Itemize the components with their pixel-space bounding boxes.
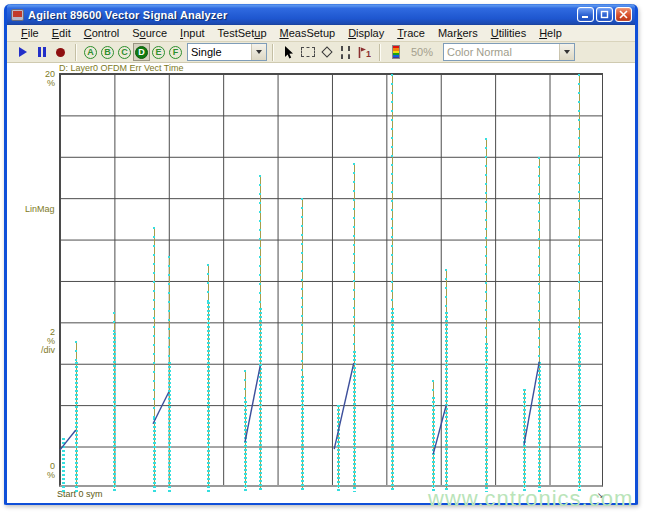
chart-client-area: D: Layer0 OFDM Err Vect Time 20 % LinMag… (7, 63, 635, 503)
trace-button-c[interactable]: C (116, 43, 133, 61)
trace-button-f[interactable]: F (167, 43, 184, 61)
color-mode-select[interactable]: Color Normal (443, 43, 575, 61)
play-icon (19, 47, 27, 57)
trace-button-e[interactable]: E (150, 43, 167, 61)
menu-item-source[interactable]: Source (126, 26, 173, 40)
band-marker-tool-button[interactable] (336, 43, 355, 61)
toolbar-separator (75, 44, 77, 61)
trace-segment (153, 392, 169, 424)
toolbar-separator (379, 44, 381, 61)
menu-item-control[interactable]: Control (78, 26, 125, 40)
offset-marker-icon: 1 (358, 46, 371, 59)
colorbar-icon (392, 45, 400, 59)
title-bar[interactable]: Agilent 89600 Vector Signal Analyzer (7, 4, 635, 25)
toolbar: ABCDEF Single 1 50% Color Normal (7, 42, 635, 63)
trace-button-a[interactable]: A (82, 43, 99, 61)
pause-icon (38, 47, 46, 57)
band-markers-icon (341, 46, 350, 59)
menu-bar: FileEditControlSourceInputTestSetupMeasS… (7, 25, 635, 42)
trace-letter: A (84, 46, 97, 59)
watermark: www.cntronics.com (428, 486, 633, 512)
menu-item-input[interactable]: Input (174, 26, 210, 40)
record-icon (56, 48, 65, 57)
menu-item-display[interactable]: Display (342, 26, 390, 40)
menu-item-edit[interactable]: Edit (46, 26, 77, 40)
trace-letter: D (135, 46, 148, 59)
menu-item-testsetup[interactable]: TestSetup (212, 26, 273, 40)
app-icon (11, 9, 24, 21)
menu-item-trace[interactable]: Trace (391, 26, 431, 40)
y-axis-bottom-unit: % (25, 470, 55, 480)
window-title: Agilent 89600 Vector Signal Analyzer (28, 9, 577, 21)
y-axis-top-unit: % (25, 78, 55, 88)
y-axis-per-div-suffix: /div (25, 345, 55, 355)
app-window: Agilent 89600 Vector Signal Analyzer Fil… (4, 4, 638, 505)
trace-button-d[interactable]: D (133, 43, 150, 61)
svg-text:1: 1 (366, 49, 371, 59)
marquee-icon (301, 47, 315, 57)
trace-segments (60, 74, 604, 488)
menu-item-help[interactable]: Help (533, 26, 568, 40)
play-button[interactable] (13, 43, 32, 61)
trace-button-group: ABCDEF (82, 43, 184, 61)
trace-letter: F (169, 46, 182, 59)
trace-segment (60, 430, 76, 450)
minimize-button[interactable] (577, 7, 594, 22)
page: Agilent 89600 Vector Signal Analyzer Fil… (0, 0, 646, 523)
menu-item-markers[interactable]: Markers (432, 26, 484, 40)
y-axis-format-label: LinMag (25, 204, 55, 214)
restore-button[interactable] (596, 7, 613, 22)
menu-item-file[interactable]: File (15, 26, 45, 40)
pointer-tool-button[interactable] (279, 43, 298, 61)
zoom-select-tool-button[interactable] (298, 43, 317, 61)
menu-item-meassetup[interactable]: MeasSetup (274, 26, 342, 40)
chevron-down-icon[interactable] (559, 44, 574, 60)
trace-letter: B (101, 46, 114, 59)
record-button[interactable] (51, 43, 70, 61)
trace-segment (433, 405, 446, 454)
toolbar-separator (272, 44, 274, 61)
close-button[interactable] (615, 7, 632, 22)
measurement-mode-select[interactable]: Single (187, 43, 267, 61)
trace-letter: E (152, 46, 165, 59)
pause-button[interactable] (32, 43, 51, 61)
marker-tool-button[interactable] (317, 43, 336, 61)
plot-area[interactable] (59, 73, 603, 487)
trace-button-b[interactable]: B (99, 43, 116, 61)
color-scale-button[interactable] (386, 43, 405, 61)
trace-segment (334, 363, 354, 449)
offset-marker-tool-button[interactable]: 1 (355, 43, 374, 61)
trace-segment (245, 366, 260, 442)
measurement-mode-value: Single (188, 46, 251, 58)
trace-letter: C (118, 46, 131, 59)
chevron-down-icon[interactable] (251, 44, 266, 60)
trace-segment (524, 362, 539, 445)
diamond-marker-icon (321, 46, 332, 57)
color-mode-value: Color Normal (444, 46, 559, 58)
trace-title: D: Layer0 OFDM Err Vect Time (59, 63, 184, 73)
pointer-icon (283, 46, 294, 59)
zoom-level-label: 50% (411, 46, 433, 58)
menu-item-utilities[interactable]: Utilities (485, 26, 532, 40)
